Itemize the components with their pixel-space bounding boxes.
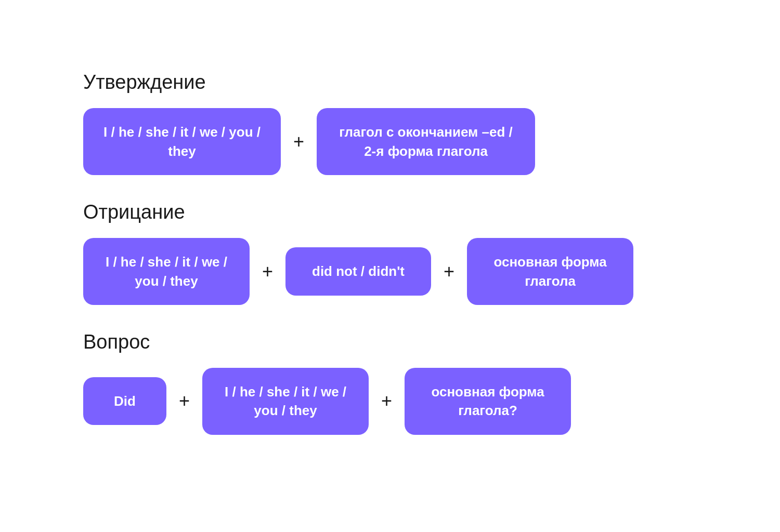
plus-sign-2: + [262, 261, 273, 283]
question-mainform-pill: основная форма глагола? [405, 368, 571, 435]
question-did-pill: Did [83, 377, 166, 425]
question-pronouns-pill: I / he / she / it / we / you / they [202, 368, 369, 435]
plus-sign-1: + [293, 131, 304, 153]
affirmative-title: Утверждение [83, 71, 697, 94]
plus-sign-5: + [381, 390, 392, 412]
question-formula: Did + I / he / she / it / we / you / the… [83, 368, 697, 435]
main-container: Утверждение I / he / she / it / we / you… [52, 50, 728, 481]
plus-sign-4: + [179, 390, 190, 412]
affirmative-section: Утверждение I / he / she / it / we / you… [83, 71, 697, 175]
question-title: Вопрос [83, 331, 697, 353]
affirmative-verb-pill: глагол с окончанием –ed / 2-я форма глаг… [317, 108, 535, 175]
affirmative-formula: I / he / she / it / we / you / they + гл… [83, 108, 697, 175]
affirmative-pronouns-pill: I / he / she / it / we / you / they [83, 108, 281, 175]
negative-didnot-pill: did not / didn't [285, 247, 431, 295]
negative-mainform-pill: основная форма глагола [467, 238, 633, 305]
negative-pronouns-pill: I / he / she / it / we / you / they [83, 238, 250, 305]
plus-sign-3: + [444, 261, 454, 283]
negative-title: Отрицание [83, 201, 697, 223]
negative-formula: I / he / she / it / we / you / they + di… [83, 238, 697, 305]
question-section: Вопрос Did + I / he / she / it / we / yo… [83, 331, 697, 435]
negative-section: Отрицание I / he / she / it / we / you /… [83, 201, 697, 305]
